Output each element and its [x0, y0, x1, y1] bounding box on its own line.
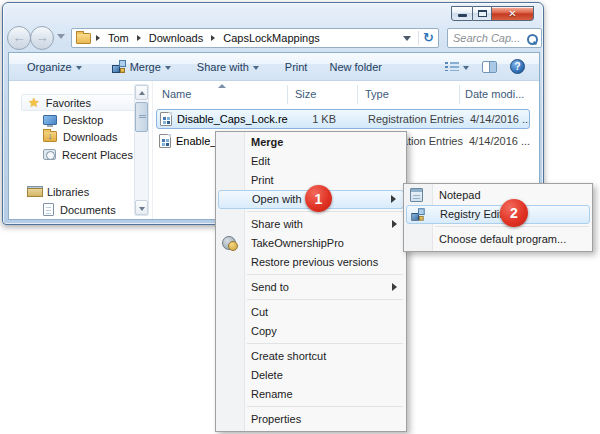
breadcrumb-downloads[interactable]: Downloads — [144, 32, 208, 44]
registry-icon — [112, 60, 126, 73]
libraries-icon — [27, 186, 41, 197]
breadcrumb-arrow-icon — [211, 35, 215, 41]
close-button[interactable]: ✕ — [492, 6, 534, 21]
desktop-icon — [43, 115, 57, 125]
search-input[interactable]: Search Cap... — [447, 28, 542, 48]
scrollbar-thumb[interactable] — [135, 102, 148, 132]
menu-item-send-to[interactable]: Send to — [216, 278, 406, 297]
recent-places-icon — [43, 149, 56, 160]
submenu-item-choose-default-program[interactable]: Choose default program... — [404, 230, 592, 249]
forward-button[interactable]: → — [30, 26, 54, 50]
notepad-icon — [410, 188, 423, 202]
document-icon — [43, 203, 54, 216]
change-view-button[interactable] — [445, 61, 469, 72]
minimize-button[interactable] — [451, 6, 473, 21]
search-icon — [527, 34, 536, 43]
scrollbar-up-button[interactable] — [135, 85, 148, 100]
address-divider — [418, 31, 419, 45]
chevron-down-icon — [253, 66, 259, 70]
page: ✕ ← → Tom Downloads CapsLockMappings ↻ S… — [0, 0, 600, 434]
menu-item-rename[interactable]: Rename — [216, 385, 406, 404]
menu-item-properties[interactable]: Properties — [216, 410, 406, 429]
menu-separator — [247, 211, 403, 212]
breadcrumb-tom[interactable]: Tom — [103, 32, 134, 44]
close-icon: ✕ — [492, 8, 533, 19]
address-dropdown-icon[interactable] — [403, 36, 411, 41]
chevron-down-icon — [463, 66, 469, 70]
preview-pane-icon[interactable] — [482, 61, 497, 73]
sidebar-item-downloads[interactable]: Downloads — [43, 128, 117, 145]
menu-item-restore-previous-versions[interactable]: Restore previous versions — [216, 253, 406, 272]
open-with-submenu: Notepad Registry Editor Choose default p… — [403, 183, 593, 252]
maximize-button[interactable] — [473, 6, 492, 21]
menu-separator — [247, 299, 403, 300]
chevron-down-icon — [165, 66, 171, 70]
submenu-arrow-icon — [392, 283, 397, 291]
column-header-name[interactable]: Name — [162, 88, 191, 100]
breadcrumb-capslockmappings[interactable]: CapsLockMappings — [218, 32, 325, 44]
history-dropdown-icon[interactable] — [57, 34, 65, 39]
submenu-arrow-icon — [392, 220, 397, 228]
menu-item-cut[interactable]: Cut — [216, 303, 406, 322]
sidebar-item-favorites[interactable]: ★ Favorites — [21, 94, 139, 111]
file-row-disable-caps-lock[interactable]: Disable_Caps_Lock.reg 1 KB Registration … — [156, 109, 530, 129]
menu-item-create-shortcut[interactable]: Create shortcut — [216, 347, 406, 366]
reg-file-icon — [160, 112, 172, 126]
sort-ascending-icon — [218, 84, 226, 88]
maximize-icon — [478, 10, 487, 17]
toolbar: Organize Merge Share with Print New fold… — [9, 53, 539, 81]
registry-editor-icon — [411, 208, 424, 220]
menu-separator — [247, 274, 403, 275]
organize-button[interactable]: Organize — [27, 61, 82, 73]
menu-item-edit[interactable]: Edit — [216, 152, 406, 171]
back-arrow-icon: ← — [13, 30, 26, 45]
breadcrumb-arrow-icon — [96, 35, 100, 41]
address-bar[interactable]: Tom Downloads CapsLockMappings ↻ — [71, 28, 439, 48]
scrollbar-down-button[interactable] — [135, 200, 148, 215]
merge-button[interactable]: Merge — [112, 60, 171, 73]
menu-separator — [247, 343, 403, 344]
search-placeholder: Search Cap... — [453, 32, 520, 44]
column-header-size[interactable]: Size — [295, 88, 316, 100]
share-with-button[interactable]: Share with — [197, 61, 259, 73]
menu-item-share-with[interactable]: Share with — [216, 215, 406, 234]
submenu-arrow-icon — [391, 195, 396, 203]
annotation-badge-2: 2 — [500, 199, 528, 227]
sidebar-item-recent-places[interactable]: Recent Places — [43, 146, 133, 163]
menu-item-delete[interactable]: Delete — [216, 366, 406, 385]
breadcrumb-arrow-icon — [137, 35, 141, 41]
sidebar-item-documents[interactable]: Documents — [43, 201, 116, 218]
menu-item-copy[interactable]: Copy — [216, 322, 406, 341]
menu-item-takeownershippro[interactable]: TakeOwnershipPro — [216, 234, 406, 253]
context-menu: Merge Edit Print Open with Share with Ta… — [215, 131, 407, 432]
menu-separator — [247, 406, 403, 407]
reg-file-icon — [159, 134, 171, 148]
scrollbar-down-icon — [139, 207, 145, 211]
menu-item-merge[interactable]: Merge — [216, 133, 406, 152]
column-header-date[interactable]: Date modi... — [465, 88, 524, 100]
new-folder-button[interactable]: New folder — [329, 61, 382, 73]
back-button[interactable]: ← — [7, 26, 31, 50]
takeownership-icon — [222, 236, 238, 251]
sidebar-item-libraries[interactable]: Libraries — [27, 183, 89, 200]
downloads-folder-icon — [43, 131, 57, 142]
column-header-type[interactable]: Type — [365, 88, 389, 100]
views-icon — [445, 61, 459, 72]
column-headers: Name Size Type Date modi... — [154, 84, 538, 106]
submenu-item-notepad[interactable]: Notepad — [404, 186, 592, 205]
print-button[interactable]: Print — [285, 61, 308, 73]
help-icon[interactable]: ? — [510, 59, 525, 74]
sidebar-scrollbar[interactable] — [134, 84, 149, 216]
folder-icon — [76, 33, 91, 44]
chevron-down-icon — [76, 66, 82, 70]
annotation-badge-1: 1 — [305, 185, 332, 212]
forward-arrow-icon: → — [36, 30, 49, 45]
refresh-icon[interactable]: ↻ — [423, 31, 434, 45]
scrollbar-up-icon — [139, 91, 145, 95]
submenu-item-registry-editor[interactable]: Registry Editor — [406, 205, 590, 224]
sidebar-item-desktop[interactable]: Desktop — [43, 111, 103, 128]
star-icon: ★ — [28, 96, 40, 109]
minimize-icon — [458, 14, 467, 17]
